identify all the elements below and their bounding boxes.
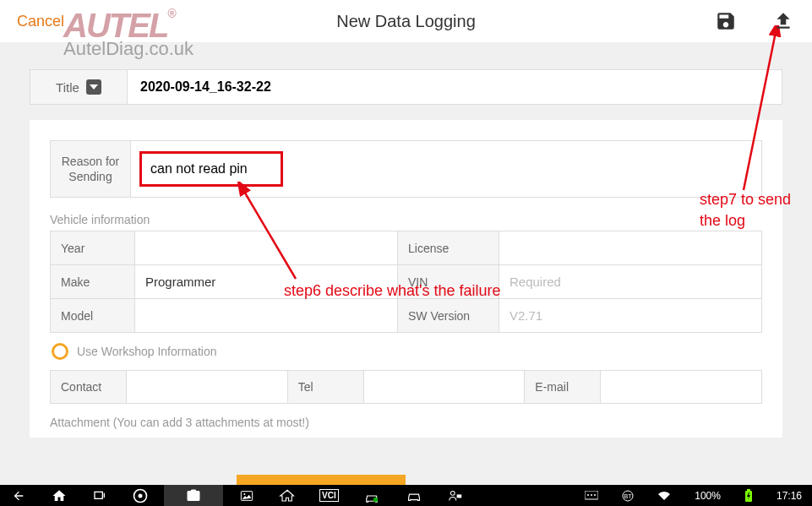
form-panel: Reason for Sending Vehicle information Y… [30,120,782,438]
svg-point-11 [591,494,592,496]
svg-rect-0 [95,492,102,498]
svg-point-5 [243,493,245,495]
svg-rect-16 [747,489,750,491]
chevron-down-icon[interactable] [86,79,101,95]
make-value[interactable]: Programmer [135,265,398,298]
back-icon[interactable] [10,489,27,503]
upload-icon[interactable] [771,9,795,33]
save-icon[interactable] [714,9,738,33]
svg-text:BT: BT [624,493,633,499]
svg-point-6 [373,497,377,501]
reason-input[interactable] [139,151,283,187]
email-label: E-mail [525,371,601,403]
license-label: License [398,231,499,264]
model-label: Model [51,299,135,332]
make-label: Make [51,265,135,298]
cancel-button[interactable]: Cancel [17,13,64,30]
svg-point-12 [594,494,596,496]
tel-label: Tel [288,371,364,403]
svg-rect-8 [456,494,461,498]
vehicle-grid: Year License Make Programmer VIN Require… [50,231,762,333]
contact-label: Contact [51,371,127,403]
battery-level: 100% [695,490,721,502]
svg-point-10 [587,494,589,496]
attachment-label: Attachment (You can add 3 attachments at… [50,416,762,429]
gallery-icon[interactable] [238,489,255,503]
app-home-icon[interactable] [279,488,296,503]
attachment-button[interactable] [237,475,406,485]
browser-icon[interactable] [132,487,149,504]
tel-value[interactable] [364,371,526,403]
swversion-label: SW Version [398,299,499,332]
email-value[interactable] [601,371,761,403]
recent-icon[interactable] [91,489,108,503]
battery-icon [744,489,753,503]
support-icon[interactable] [447,489,464,503]
radio-icon [52,343,68,360]
reason-label: Reason for Sending [51,141,131,197]
vci-icon[interactable]: VCI [319,489,339,502]
car-check-icon[interactable] [362,489,381,503]
page-title: New Data Logging [0,12,812,31]
home-icon[interactable] [51,488,68,503]
title-row: Title 2020-09-14_16-32-22 [30,69,782,105]
system-nav-bar: VCI BT 100% 17:16 [0,485,812,506]
svg-rect-1 [104,492,105,497]
app-header: Cancel New Data Logging [0,0,812,42]
vin-label: VIN [398,265,499,298]
bluetooth-icon: BT [622,490,634,502]
contact-value[interactable] [127,371,288,403]
vin-value[interactable]: Required [499,265,761,298]
vehicle-section-label: Vehicle information [50,213,762,226]
title-value[interactable]: 2020-09-14_16-32-22 [128,79,271,95]
swversion-value[interactable]: V2.71 [499,299,761,332]
clock: 17:16 [777,490,802,502]
workshop-toggle[interactable]: Use Workshop Information [50,333,762,370]
svg-point-3 [139,493,143,498]
model-value[interactable] [135,299,398,332]
workshop-label: Use Workshop Information [77,345,216,358]
wifi-icon [657,491,671,501]
title-label: Title [56,80,79,95]
contact-grid: Contact Tel E-mail [50,370,762,404]
svg-point-7 [450,491,455,495]
message-icon[interactable] [585,491,598,501]
year-label: Year [51,231,135,264]
year-value[interactable] [135,231,398,264]
camera-icon[interactable] [184,488,203,503]
license-value[interactable] [499,231,761,264]
car-icon[interactable] [405,490,423,502]
